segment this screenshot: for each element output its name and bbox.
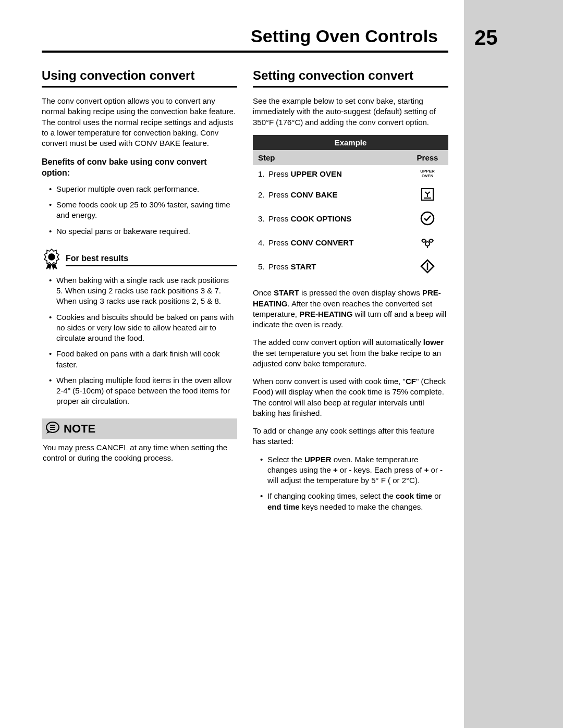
upper-oven-icon: UPPEROVEN: [412, 169, 443, 179]
conv-convert-icon: [412, 235, 443, 250]
after-para: When conv convert is used with cook time…: [253, 376, 448, 418]
right-intro: See the example below to set conv bake, …: [253, 96, 448, 128]
example-title: Example: [253, 135, 448, 150]
step-num: 5.: [258, 262, 268, 271]
step-text: Press UPPER OVEN: [268, 169, 412, 178]
benefits-list: Superior multiple oven rack performance.…: [42, 184, 237, 237]
heading-using-conv-convert: Using convection convert: [42, 68, 237, 83]
best-results-header: For best results: [42, 248, 237, 272]
page-number: 25: [474, 26, 498, 50]
col-press: Press: [407, 150, 448, 165]
change-list: Select the UPPER oven. Make temperature …: [253, 454, 448, 512]
step-text: Press COOK OPTIONS: [268, 214, 412, 223]
after-para: To add or change any cook settings after…: [253, 426, 448, 447]
table-row: 3. Press COOK OPTIONS: [253, 206, 448, 230]
svg-point-0: [48, 254, 55, 260]
list-item: Superior multiple oven rack performance.: [49, 184, 237, 194]
list-item: If changing cooking times, select the co…: [260, 491, 448, 512]
list-item: Food baked on pans with a dark finish wi…: [49, 349, 237, 370]
table-row: 2. Press CONV BAKE: [253, 182, 448, 206]
best-results-list: When baking with a single rack use rack …: [42, 275, 237, 407]
table-row: 4. Press CONV CONVERT: [253, 230, 448, 254]
note-box: NOTE You may press CANCEL at any time wh…: [42, 418, 237, 467]
svg-point-8: [425, 242, 430, 246]
section-rule: [253, 86, 448, 88]
after-para: Once START is pressed the oven display s…: [253, 288, 448, 330]
page-margin-bar: 25: [464, 0, 563, 728]
note-body: You may press CANCEL at any time when se…: [42, 439, 237, 467]
step-text: Press START: [268, 262, 412, 271]
list-item: No special pans or bakeware required.: [49, 226, 237, 237]
benefits-heading: Benefits of conv bake using conv convert…: [42, 157, 237, 179]
cook-options-icon: [412, 211, 443, 226]
best-results-label: For best results: [66, 254, 237, 266]
example-table: Example Step Press 1. Press UPPER OVEN U…: [253, 135, 448, 279]
ribbon-icon: [42, 248, 62, 272]
intro-para: The conv convert option allows you to co…: [42, 96, 237, 149]
step-num: 4.: [258, 238, 268, 247]
list-item: When placing multiple food items in the …: [49, 375, 237, 407]
list-item: When baking with a single rack use rack …: [49, 275, 237, 307]
list-item: Some foods cook up 25 to 30% faster, sav…: [49, 200, 237, 221]
step-num: 3.: [258, 214, 268, 223]
page-title: Setting Oven Controls: [42, 26, 448, 46]
section-rule: [42, 86, 237, 88]
left-column: Using convection convert The conv conver…: [42, 68, 237, 521]
right-column: Setting convection convert See the examp…: [253, 68, 448, 521]
conv-bake-icon: [412, 187, 443, 202]
table-row: 5. Press START: [253, 254, 448, 278]
step-num: 2.: [258, 190, 268, 199]
heading-setting-conv-convert: Setting convection convert: [253, 68, 448, 83]
title-rule: [42, 51, 448, 53]
table-row: 1. Press UPPER OVEN UPPEROVEN: [253, 165, 448, 183]
after-para: The added conv convert option will autom…: [253, 337, 448, 369]
note-icon: [46, 421, 59, 437]
list-item: Cookies and biscuits should be baked on …: [49, 312, 237, 344]
start-icon: [412, 258, 443, 274]
col-step: Step: [253, 150, 407, 165]
step-num: 1.: [258, 169, 268, 178]
note-label: NOTE: [64, 422, 95, 436]
list-item: Select the UPPER oven. Make temperature …: [260, 454, 448, 486]
step-text: Press CONV BAKE: [268, 190, 412, 199]
step-text: Press CONV CONVERT: [268, 238, 412, 247]
